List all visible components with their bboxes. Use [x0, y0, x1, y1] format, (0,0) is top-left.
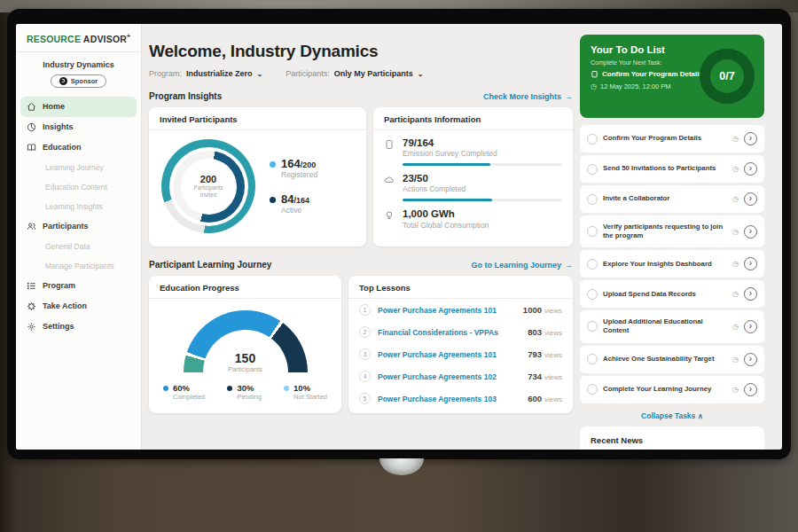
sidebar-item-learning-insights[interactable]: Learning Insights [16, 197, 141, 216]
action-burst-icon [27, 301, 36, 311]
lesson-row: 4 Power Purchase Agreements 102 734views [348, 365, 573, 387]
bulb-icon [384, 210, 395, 221]
todo-checkbox[interactable] [587, 354, 598, 364]
todo-item[interactable]: Achieve One Sustainability Target ◷ › [580, 346, 764, 373]
sidebar-item-general-data[interactable]: General Data [16, 237, 141, 256]
lesson-row: 1 Power Purchase Agreements 101 1000view… [348, 299, 573, 321]
sidebar-item-program[interactable]: Program [16, 276, 141, 296]
todo-item[interactable]: Verify participants requesting to join t… [580, 215, 764, 247]
todo-checkbox[interactable] [587, 226, 598, 237]
clock-icon: ◷ [732, 228, 739, 236]
arrow-right-icon: → [565, 261, 573, 270]
chevron-right-button[interactable]: › [744, 132, 757, 145]
legend-dot [227, 386, 232, 391]
todo-checkbox[interactable] [587, 384, 598, 395]
todo-list: Confirm Your Program Details ◷ › Send 50… [580, 125, 764, 403]
recent-news-card: Recent News [580, 426, 764, 450]
legend-pending: 30%Pending [227, 383, 262, 401]
task-icon [591, 70, 598, 78]
app-window: RESOURCE ADVISOR+ Industry Dynamics Spon… [16, 24, 782, 450]
card-title: Invited Participants [149, 107, 366, 130]
clock-icon: ◷ [732, 260, 739, 268]
sidebar-item-settings[interactable]: Settings [16, 317, 141, 337]
pie-chart-icon [27, 122, 36, 132]
program-dropdown[interactable]: Program: Industrialize Zero ⌄ [149, 69, 262, 78]
rank-badge: 3 [359, 348, 371, 360]
chevron-right-button[interactable]: › [744, 383, 757, 396]
todo-checkbox[interactable] [587, 321, 598, 332]
card-title: Education Progress [149, 276, 341, 299]
todo-checkbox[interactable] [587, 134, 598, 145]
org-name: Industry Dynamics [16, 60, 141, 69]
desk-background: RESOURCE ADVISOR+ Industry Dynamics Spon… [0, 0, 798, 532]
todo-item[interactable]: Upload Spend Data Records ◷ › [580, 280, 764, 308]
education-progress-card: Education Progress 150 Participants 60%C… [149, 276, 341, 413]
people-icon [27, 222, 36, 231]
sponsor-badge[interactable]: Sponsor [51, 74, 106, 88]
collapse-tasks-link[interactable]: Collapse Tasks ∧ [580, 411, 764, 420]
gear-icon [27, 322, 36, 332]
legend-dot [284, 386, 289, 391]
chevron-right-button[interactable]: › [744, 225, 757, 239]
todo-panel: Your To Do List Complete Your Next Task:… [580, 24, 764, 450]
chevron-right-button[interactable]: › [744, 320, 757, 333]
todo-item[interactable]: Explore Your Insights Dashboard ◷ › [580, 250, 764, 278]
lesson-link[interactable]: Financial Considerations - VPPAs [378, 328, 520, 337]
card-title: Top Lessons [348, 276, 573, 299]
sidebar-item-manage-participants[interactable]: Manage Participants [16, 256, 141, 276]
list-icon [27, 281, 36, 291]
chevron-right-button[interactable]: › [744, 287, 757, 301]
rank-badge: 2 [359, 326, 371, 338]
chevron-right-button[interactable]: › [744, 353, 757, 366]
rank-badge: 1 [359, 304, 371, 316]
clock-icon: ◷ [732, 195, 739, 203]
lesson-link[interactable]: Power Purchase Agreements 102 [378, 372, 520, 381]
chevron-down-icon: ⌄ [418, 70, 424, 78]
actions-icon [384, 175, 395, 185]
sidebar-item-education[interactable]: Education [16, 137, 141, 158]
chevron-up-icon: ∧ [698, 411, 703, 420]
survey-icon [384, 139, 395, 150]
sidebar-item-home[interactable]: Home [20, 97, 137, 117]
sidebar-item-take-action[interactable]: Take Action [16, 296, 141, 317]
sidebar: RESOURCE ADVISOR+ Industry Dynamics Spon… [16, 24, 142, 450]
filters-row: Program: Industrialize Zero ⌄ Participan… [149, 69, 573, 78]
go-to-learning-journey-link[interactable]: Go to Learning Journey→ [471, 261, 573, 270]
todo-item[interactable]: Send 50 Invitations to Participants ◷ › [580, 155, 764, 183]
clock-icon: ◷ [591, 82, 597, 90]
check-more-insights-link[interactable]: Check More Insights→ [483, 92, 573, 101]
todo-item[interactable]: Complete Your Learning Journey ◷ › [580, 376, 764, 403]
todo-checkbox[interactable] [587, 164, 598, 175]
lesson-link[interactable]: Power Purchase Agreements 101 [378, 306, 516, 315]
sidebar-item-insights[interactable]: Insights [16, 117, 141, 137]
todo-item[interactable]: Invite a Collaborator ◷ › [580, 185, 764, 213]
todo-checkbox[interactable] [587, 289, 598, 300]
sidebar-nav: Home Insights Education Learning Journey… [16, 97, 141, 337]
clock-icon: ◷ [732, 386, 739, 394]
app-logo[interactable]: RESOURCE ADVISOR+ [16, 24, 141, 52]
chevron-right-button[interactable]: › [744, 192, 757, 206]
legend-not-started: 10%Not Started [284, 383, 327, 401]
participants-information-card: Participants Information 79/164 Emission… [373, 107, 573, 246]
lesson-link[interactable]: Power Purchase Agreements 101 [378, 350, 520, 359]
lesson-link[interactable]: Power Purchase Agreements 103 [378, 395, 520, 403]
todo-progress-ring: 0/7 [700, 49, 755, 104]
clock-icon: ◷ [732, 323, 739, 331]
legend-dot [270, 161, 276, 168]
legend-dot [163, 386, 168, 391]
chevron-right-button[interactable]: › [744, 162, 757, 176]
invited-donut-chart: 200 Participants Invited [161, 139, 255, 233]
participants-dropdown[interactable]: Participants: Only My Participants ⌄ [286, 69, 423, 78]
sidebar-item-learning-journey[interactable]: Learning Journey [16, 158, 141, 177]
learning-journey-title: Participant Learning Journey [149, 260, 271, 270]
sidebar-item-education-content[interactable]: Education Content [16, 177, 141, 197]
top-lessons-card: Top Lessons 1 Power Purchase Agreements … [348, 276, 573, 413]
page-title: Welcome, Industry Dynamics [149, 42, 573, 61]
todo-item[interactable]: Upload Additional Educational Content ◷ … [580, 310, 764, 342]
legend-completed: 60%Completed [163, 383, 205, 401]
chevron-right-button[interactable]: › [744, 257, 757, 270]
sidebar-item-participants[interactable]: Participants [16, 216, 141, 237]
todo-checkbox[interactable] [587, 194, 598, 205]
todo-checkbox[interactable] [587, 259, 598, 270]
todo-item[interactable]: Confirm Your Program Details ◷ › [580, 125, 764, 153]
